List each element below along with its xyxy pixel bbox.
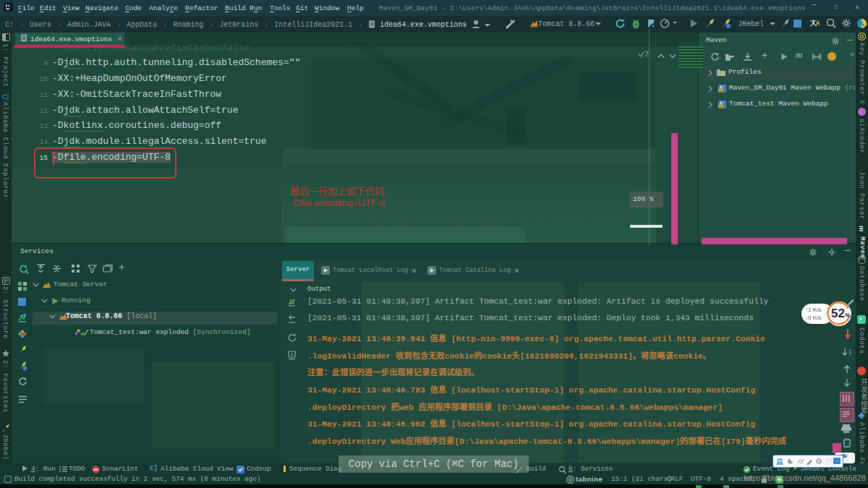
svg-text:C]: C] <box>2 93 9 100</box>
svg-text:m: m <box>719 89 722 93</box>
svg-text:m: m <box>719 105 722 109</box>
